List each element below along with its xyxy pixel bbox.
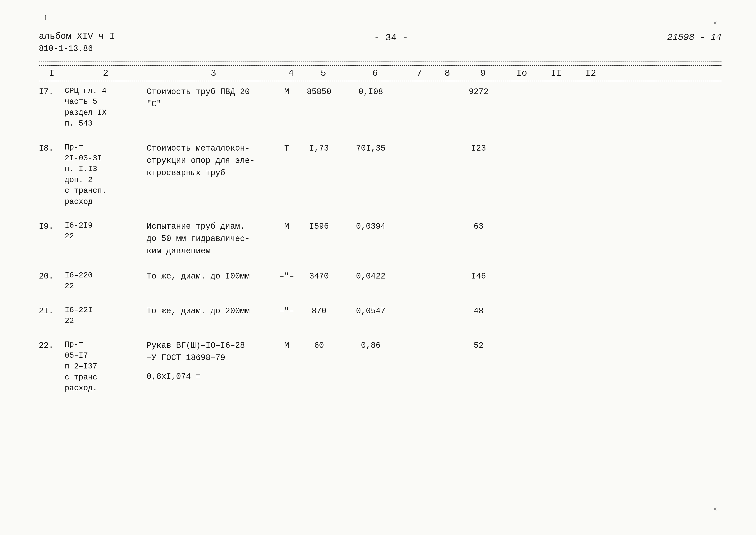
row-unit-19: М [276, 220, 297, 233]
row-qty-20: 3470 [297, 270, 340, 282]
row-ref-21: I6–22I 22 [65, 305, 147, 326]
row-desc-17: Стоимость труб ПВД 20 "С" [147, 86, 276, 110]
row-unit-20: –"– [276, 270, 297, 282]
row-price-18: 70I,35 [340, 142, 401, 155]
header-doc-number: 21598 - 14 [667, 32, 721, 43]
table-row: I8. Пр-т 2I-03-3I п. I.I3 доп. 2 с транс… [39, 142, 721, 207]
row-amount-18: I23 [457, 142, 500, 155]
top-mark: ↑ [43, 13, 48, 22]
row-ref-20: I6–220 22 [65, 270, 147, 292]
col-header-5: 5 [302, 68, 345, 78]
row-amount-22: 52 [457, 339, 500, 352]
table-row: 2I. I6–22I 22 То же, диам. до 200мм –"– … [39, 305, 721, 326]
row-desc-21: То же, диам. до 200мм [147, 305, 276, 317]
row-amount-17: 9272 [457, 86, 500, 98]
table-row: I7. СРЦ гл. 4 часть 5 раздел IX п. 543 С… [39, 86, 721, 129]
header-left: альбом XIV ч I 810-1-13.86 [39, 30, 115, 54]
row-price-22: 0,86 [340, 339, 401, 352]
row-number-22: 22. [39, 339, 65, 352]
row-amount-19: 63 [457, 220, 500, 233]
row-amount-20: I46 [457, 270, 500, 282]
row-number-18: I8. [39, 142, 65, 155]
corner-mark-tr: × [713, 19, 717, 27]
row-qty-17: 85850 [297, 86, 340, 98]
row-number-21: 2I. [39, 305, 65, 317]
table-row: I9. I6-2I9 22 Испытание труб диам. до 50… [39, 220, 721, 257]
row-ref-18: Пр-т 2I-03-3I п. I.I3 доп. 2 с трансп. р… [65, 142, 147, 207]
row-price-21: 0,0547 [340, 305, 401, 317]
col-header-10: Io [504, 68, 539, 78]
table-body: I7. СРЦ гл. 4 часть 5 раздел IX п. 543 С… [39, 86, 721, 394]
header-page-number: - 34 - [374, 32, 408, 43]
col-header-8: 8 [433, 68, 461, 78]
col-header-11: II [539, 68, 573, 78]
row-unit-17: М [276, 86, 297, 98]
col-header-9: 9 [461, 68, 504, 78]
row-qty-21: 870 [297, 305, 340, 317]
row-amount-21: 48 [457, 305, 500, 317]
column-headers-row: I 2 3 4 5 6 7 8 9 Io II I2 [39, 65, 721, 81]
col-header-4: 4 [280, 68, 302, 78]
col-header-1: I [39, 68, 65, 78]
header-code: 810-1-13.86 [39, 43, 115, 54]
col-header-3: 3 [147, 68, 280, 78]
col-header-12: I2 [573, 68, 608, 78]
row-number-17: I7. [39, 86, 65, 98]
header-divider [39, 61, 721, 62]
row-number-20: 20. [39, 270, 65, 282]
row-desc-19: Испытание труб диам. до 50 мм гидравличе… [147, 220, 276, 257]
page: ↑ × альбом XIV ч I 810-1-13.86 - 34 - 21… [0, 0, 756, 535]
row-unit-18: Т [276, 142, 297, 155]
corner-mark-br: × [713, 505, 717, 514]
col-header-7: 7 [405, 68, 433, 78]
col-header-6: 6 [345, 68, 405, 78]
row-price-17: 0,I08 [340, 86, 401, 98]
row-qty-22: 60 [297, 339, 340, 352]
row-ref-19: I6-2I9 22 [65, 220, 147, 242]
row-desc-22: Рукав ВГ(Ш)–IО–I6–28 –У ГОСТ 18698–79 0,… [147, 339, 276, 383]
row-qty-18: I,73 [297, 142, 340, 155]
header-album: альбом XIV ч I [39, 30, 115, 43]
row-ref-22: Пр-т 05–I7 п 2–I37 с транс расход. [65, 339, 147, 394]
header-section: альбом XIV ч I 810-1-13.86 - 34 - 21598 … [39, 30, 721, 54]
row-unit-22: М [276, 339, 297, 352]
row-unit-21: –"– [276, 305, 297, 317]
row-ref-17: СРЦ гл. 4 часть 5 раздел IX п. 543 [65, 86, 147, 129]
col-header-2: 2 [65, 68, 147, 78]
row-number-19: I9. [39, 220, 65, 233]
row-desc-18: Стоимость металлокон- струкции опор для … [147, 142, 276, 179]
row-desc-20: То же, диам. до I00мм [147, 270, 276, 282]
row-price-20: 0,0422 [340, 270, 401, 282]
row-qty-19: I596 [297, 220, 340, 233]
table-row: 22. Пр-т 05–I7 п 2–I37 с транс расход. Р… [39, 339, 721, 394]
row-price-19: 0,0394 [340, 220, 401, 233]
table-row: 20. I6–220 22 То же, диам. до I00мм –"– … [39, 270, 721, 292]
